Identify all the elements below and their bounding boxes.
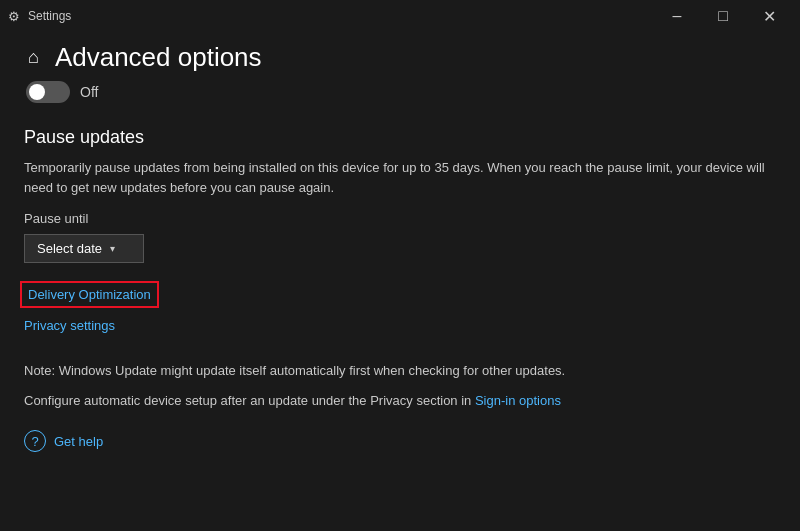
note-text: Note: Windows Update might update itself… [24,361,776,381]
sign-in-options-link[interactable]: Sign-in options [475,391,561,411]
close-button[interactable]: ✕ [746,0,792,32]
help-icon: ? [24,430,46,452]
title-bar: ⚙ Settings – □ ✕ [0,0,800,32]
settings-icon: ⚙ [8,9,20,24]
title-bar-left: ⚙ Settings [8,9,71,24]
configure-text-content: Configure automatic device setup after a… [24,393,475,408]
toggle-knob [29,84,45,100]
get-help-link[interactable]: Get help [54,434,103,449]
pause-until-label: Pause until [24,211,776,226]
get-help-row: ? Get help [24,430,776,452]
pause-updates-title: Pause updates [24,127,776,148]
select-date-button[interactable]: Select date ▾ [24,234,144,263]
title-bar-title: Settings [28,9,71,23]
main-content: ⌂ Advanced options Off Pause updates Tem… [0,32,800,462]
chevron-down-icon: ▾ [110,243,115,254]
toggle-label: Off [80,84,98,100]
delivery-optimization-link[interactable]: Delivery Optimization [24,285,155,304]
page-title: Advanced options [55,42,262,73]
maximize-button[interactable]: □ [700,0,746,32]
privacy-settings-link[interactable]: Privacy settings [24,318,115,333]
configure-text: Configure automatic device setup after a… [24,391,776,411]
links-section: Delivery Optimization Privacy settings [24,285,776,341]
back-button[interactable]: ⌂ [24,43,43,72]
home-icon: ⌂ [28,47,39,68]
title-bar-controls: – □ ✕ [654,0,792,32]
page-header: ⌂ Advanced options [24,42,776,73]
toggle-row: Off [26,81,776,103]
minimize-button[interactable]: – [654,0,700,32]
select-date-label: Select date [37,241,102,256]
advanced-options-toggle[interactable] [26,81,70,103]
pause-updates-description: Temporarily pause updates from being ins… [24,158,776,197]
